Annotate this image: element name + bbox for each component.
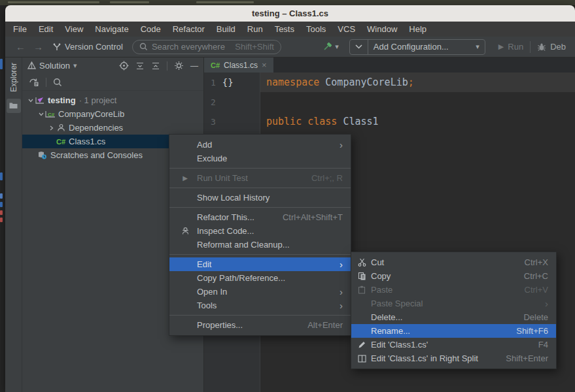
split-view-icon [358,355,366,363]
menu-navigate[interactable]: Navigate [89,23,134,35]
menu-item-open-in[interactable]: Open In › [169,285,351,299]
dependencies-label: Dependencies [69,123,123,133]
build-solution-button[interactable]: ▾ [322,41,339,52]
menu-tests[interactable]: Tests [269,23,300,35]
menu-item-exclude[interactable]: Exclude [169,152,351,165]
forward-icon[interactable]: → [29,41,47,52]
hammer-icon [322,41,333,52]
menu-view[interactable]: View [59,23,89,35]
play-icon: ▶ [183,174,188,182]
menu-item-edit-class1[interactable]: Edit 'Class1.cs' F4 [351,338,556,351]
project-name: CompanyCoreLib [58,109,124,119]
hide-panel-icon[interactable]: — [190,61,198,71]
chevron-collapsed-icon[interactable] [48,125,55,131]
inspect-icon [181,227,190,235]
menu-item-cut[interactable]: Cut Ctrl+X [351,255,556,269]
search-everywhere-box[interactable]: Shift+Shift [132,40,281,54]
menu-item-edit[interactable]: Edit › [169,257,351,271]
version-control-button[interactable]: Version Control [52,42,123,52]
menu-item-edit-class1-right-split[interactable]: Edit 'Class1.cs' in Right Split Shift+En… [351,351,556,365]
scratches-label: Scratches and Consoles [50,150,143,160]
solution-name: testing [48,95,76,105]
copy-icon [358,272,366,280]
menu-item-reformat-and-cleanup[interactable]: Reformat and Cleanup... [169,238,351,252]
menu-item-rename[interactable]: Rename... Shift+F6 [351,324,556,338]
tab-class1[interactable]: C# Class1.cs × [204,57,273,73]
menu-window[interactable]: Window [361,23,403,35]
expand-all-icon[interactable] [135,61,145,71]
gear-icon[interactable] [174,61,184,71]
menu-item-paste[interactable]: Paste Ctrl+V [351,283,556,297]
menu-item-copy-path-reference[interactable]: Copy Path/Reference... [169,271,351,285]
collapse-all-icon[interactable] [151,61,160,71]
menu-item-show-local-history[interactable]: Show Local History [169,191,351,204]
search-icon[interactable] [53,78,62,87]
menu-build[interactable]: Build [211,23,241,35]
menu-vcs[interactable]: VCS [332,23,361,35]
menu-item-run-unit-test[interactable]: ▶ Run Unit Test Ctrl+;, R [169,171,351,185]
background-artifact [110,1,149,3]
dependencies-icon [55,123,67,132]
tree-row-dependencies[interactable]: Dependencies [22,121,203,135]
menu-file[interactable]: File [7,23,33,35]
explorer-tool-button[interactable] [7,99,21,113]
menu-run[interactable]: Run [241,23,269,35]
menu-tools[interactable]: Tools [300,23,332,35]
run-button[interactable]: ▶ Run [492,42,530,52]
context-menu: Add › Exclude ▶ Run Unit Test Ctrl+;, R … [169,134,351,336]
csharp-file-icon: C# [55,138,67,146]
title-bar[interactable]: testing – Class1.cs [5,5,575,22]
version-control-label: Version Control [65,42,123,52]
panel-sub-toolbar [22,74,203,91]
search-input[interactable] [152,42,229,52]
configuration-label-cell[interactable]: Add Configuration... ▾ [368,42,485,52]
tree-row-project[interactable]: C# CompanyCoreLib [22,107,203,121]
menu-separator [169,207,351,208]
run-configuration-select[interactable]: Add Configuration... ▾ [349,39,485,55]
svg-text:C#: C# [48,112,55,118]
menu-item-refactor-this[interactable]: Refactor This... Ctrl+Alt+Shift+T [169,210,351,224]
edit-submenu: Cut Ctrl+X Copy Ctrl+C Paste Ctrl+V Past… [351,252,557,369]
explorer-stripe-label[interactable]: Explorer [9,63,18,92]
solution-explorer-header: Solution ▾ — [22,57,203,74]
dropdown-arrow-icon[interactable]: ▾ [73,61,77,70]
subbar-separator [46,78,46,87]
background-window-strip [0,0,575,5]
chevron-down-icon[interactable]: ▾ [335,42,339,51]
dropdown-arrow-icon: ▾ [476,42,479,51]
menu-edit[interactable]: Edit [33,23,59,35]
tree-row-solution[interactable]: testing· 1 project [22,93,203,107]
select-opened-file-icon[interactable] [29,77,39,87]
top-level-braces-icon: {} [222,77,234,88]
main-menu-bar: File Edit View Navigate Code Refactor Bu… [5,22,575,37]
chevron-expanded-icon[interactable] [38,112,44,116]
menu-help[interactable]: Help [403,23,432,35]
back-icon[interactable]: ← [12,41,29,52]
menu-item-delete[interactable]: Delete... Delete [351,310,556,324]
background-artifact [196,1,254,3]
debug-button-label: Deb [550,42,566,52]
menu-item-copy[interactable]: Copy Ctrl+C [351,269,556,283]
debug-button[interactable]: Deb [531,42,568,52]
menu-item-inspect-code[interactable]: Inspect Code... [169,224,351,238]
locate-file-icon[interactable] [119,61,129,71]
menu-item-properties[interactable]: Properties... Alt+Enter [169,318,351,332]
background-artifact [0,59,3,69]
chevron-expanded-icon[interactable] [27,99,34,103]
csharp-project-icon: C# [44,110,56,118]
menu-item-paste-special[interactable]: Paste Special › [351,297,556,310]
play-icon: ▶ [498,42,504,51]
submenu-arrow-icon: › [340,287,343,297]
menu-separator [169,254,351,255]
menu-refactor[interactable]: Refactor [167,23,211,35]
paste-icon [358,286,366,294]
chevron-down-icon[interactable] [350,40,368,54]
menu-code[interactable]: Code [135,23,167,35]
menu-item-tools[interactable]: Tools › [169,299,351,312]
close-icon[interactable]: × [262,60,267,70]
window-title: testing – Class1.cs [252,8,328,18]
menu-separator [169,315,351,316]
background-artifact [8,1,99,3]
menu-item-add[interactable]: Add › [169,138,351,152]
solution-view-selector[interactable]: Solution [39,61,70,71]
